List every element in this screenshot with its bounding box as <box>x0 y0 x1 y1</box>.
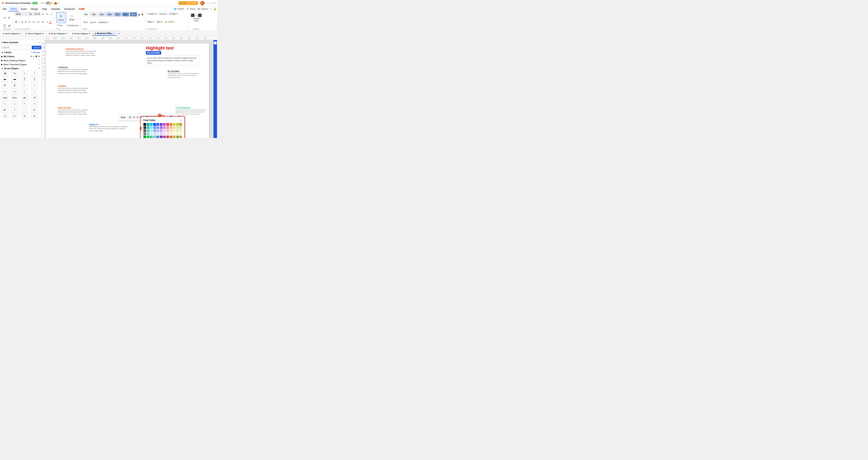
cg-4-10[interactable] <box>173 132 176 135</box>
replace-shape-btn[interactable]: ⬛→⬛ Replace Shape <box>190 12 202 23</box>
cg-3-3[interactable] <box>150 129 153 132</box>
arrow-shape-10[interactable]: ⬇ <box>11 83 18 88</box>
cg-4-7[interactable] <box>163 132 166 135</box>
open-button[interactable]: 📂 <box>50 2 54 5</box>
my-library-more-icon[interactable]: ✱ <box>35 55 37 58</box>
lock-btn[interactable]: 🔒 Lock ▾ <box>164 20 175 24</box>
diagram-tab-2[interactable]: Arrow Diagram 2 <box>23 31 46 35</box>
format-painter-ribbon-btn[interactable]: 🖌 <box>7 24 12 28</box>
select-tool-btn[interactable]: ↖ Select <box>56 12 66 23</box>
basic-drawing-close-icon[interactable]: ✕ <box>38 59 40 62</box>
cg-5-3[interactable] <box>150 136 153 138</box>
basic-flowchart-header[interactable]: ▶ Basic Flowchart Shapes ✕ <box>1 63 40 66</box>
italic-btn[interactable]: I <box>18 20 20 24</box>
style-box-1[interactable]: Abc <box>83 12 90 17</box>
menu-ai[interactable]: AI hot <box>76 7 86 11</box>
superscript-btn[interactable]: X² <box>28 20 31 24</box>
position-btn[interactable]: Position ▾ <box>147 12 158 15</box>
color-teal1[interactable] <box>147 123 150 126</box>
diagram-tab-4[interactable]: Arrow diagram 4 <box>70 31 92 35</box>
bold-btn[interactable]: B <box>14 20 18 24</box>
cg-3-5[interactable] <box>156 129 159 132</box>
connector-tool-btn[interactable]: ⌒ Connector ▾ <box>64 24 79 28</box>
line-btn[interactable]: Line ▾ <box>89 21 97 24</box>
cg-4-2[interactable] <box>147 132 150 135</box>
cg-2-5[interactable] <box>156 126 159 129</box>
minimize-btn[interactable]: — <box>207 2 210 4</box>
style-box-6[interactable]: Abc <box>122 12 129 17</box>
underline-btn[interactable]: U <box>21 20 24 24</box>
font-shrink-btn[interactable]: A↓ <box>45 12 50 15</box>
right-panel-icon[interactable] <box>214 42 217 44</box>
arrow-shape-27[interactable]: ⬸ <box>21 107 28 112</box>
menu-insert[interactable]: Insert <box>19 7 29 11</box>
styles-scroll-dn[interactable]: ▼ <box>141 13 144 16</box>
arrow-shape-16[interactable]: ⤷ <box>31 89 38 94</box>
font-family-select[interactable]: Arial <box>14 12 32 16</box>
popup-close-btn[interactable]: ✕ <box>180 119 182 122</box>
style-box-7[interactable]: Abc <box>130 12 137 17</box>
color-red1[interactable] <box>166 123 169 126</box>
arrow-shape-31[interactable]: ⇋ <box>21 113 28 119</box>
cg-2-10[interactable] <box>173 126 176 129</box>
ft-grow-btn[interactable]: A↑ <box>133 116 136 119</box>
cg-2-2[interactable] <box>147 126 150 129</box>
style-box-2[interactable]: Abc <box>90 12 98 17</box>
arrow-shapes-close-icon[interactable]: ✕ <box>38 67 40 70</box>
color-pink1[interactable] <box>163 123 166 126</box>
help-btn[interactable]: ? <box>210 8 212 10</box>
options-btn[interactable]: ⚙️ Options <box>197 8 208 10</box>
arrow-shape-11[interactable]: ↔ <box>21 83 28 88</box>
menu-home[interactable]: Home <box>8 7 19 11</box>
add-tab-btn[interactable]: + <box>117 31 121 36</box>
arrow-shape-30[interactable]: ⟵ <box>11 113 18 119</box>
color-blue1[interactable] <box>153 123 156 126</box>
menu-view[interactable]: View <box>40 7 49 11</box>
cg-5-12[interactable] <box>179 136 182 138</box>
my-library-new-icon[interactable]: + <box>33 55 34 58</box>
fill-btn[interactable]: Fill ▾ <box>83 21 89 24</box>
sidebar-collapse-btn[interactable]: « <box>39 41 40 44</box>
text-wrap-btn[interactable]: T↵ <box>36 20 41 24</box>
arrow-shape-19[interactable]: ⇔ <box>21 95 28 100</box>
cut-btn[interactable]: ✂ <box>3 15 7 20</box>
cg-3-7[interactable] <box>163 129 166 132</box>
cg-3-12[interactable] <box>179 129 182 132</box>
cg-5-10[interactable] <box>173 136 176 138</box>
arrow-shape-32[interactable]: ⇌ <box>31 113 38 119</box>
arrow-shape-29[interactable]: ⟶ <box>1 113 8 119</box>
styles-scroll-up[interactable]: ▲ <box>138 13 141 16</box>
cg-5-6[interactable] <box>160 136 162 138</box>
color-purple1[interactable] <box>160 123 162 126</box>
cg-4-12[interactable] <box>179 132 182 135</box>
bullets-btn[interactable]: ☰ <box>41 20 44 24</box>
my-library-close-icon[interactable]: ✕ <box>38 55 40 58</box>
cg-5-1[interactable] <box>144 136 146 138</box>
my-library-add-icon[interactable]: ✏ <box>30 55 32 58</box>
menu-design[interactable]: Design <box>29 7 40 11</box>
copy-btn[interactable]: ⎘ <box>7 16 11 20</box>
search-button[interactable]: Search <box>32 46 41 49</box>
arrow-shape-17[interactable]: ⟹ <box>1 95 8 100</box>
arrow-shape-8[interactable]: ⤵ <box>31 76 38 82</box>
arrow-shape-12[interactable]: ↕ <box>31 83 38 88</box>
arrow-shape-21[interactable]: ↘ <box>1 101 8 106</box>
cg-5-5[interactable] <box>156 136 159 138</box>
shape-tool-btn[interactable]: □ Shape <box>67 12 77 23</box>
cg-5-9[interactable] <box>169 136 173 138</box>
cg-3-1[interactable] <box>144 129 146 132</box>
my-library-header[interactable]: ▶ My Library ✏ + ✱ ✕ <box>1 55 40 58</box>
arrow-shape-1[interactable]: ➜ <box>1 70 8 76</box>
cg-2-6[interactable] <box>160 126 162 129</box>
share-btn[interactable]: 🔗 Share <box>186 8 195 10</box>
arrow-shape-15[interactable]: ⤶ <box>21 89 28 94</box>
cg-3-11[interactable] <box>176 129 179 132</box>
style-box-4[interactable]: Abc <box>106 12 114 17</box>
rotate-btn[interactable]: Rotate ▾ <box>169 12 178 15</box>
menu-advanced[interactable]: Advanced <box>62 7 76 11</box>
basic-flowchart-close-icon[interactable]: ✕ <box>38 63 40 66</box>
library-header[interactable]: ▲ Library ✏ Manage <box>1 51 40 54</box>
arrow-shape-28[interactable]: ⇄ <box>31 107 38 112</box>
style-box-5[interactable]: Abc <box>114 12 121 17</box>
menu-symbols[interactable]: Symbols <box>49 7 62 11</box>
